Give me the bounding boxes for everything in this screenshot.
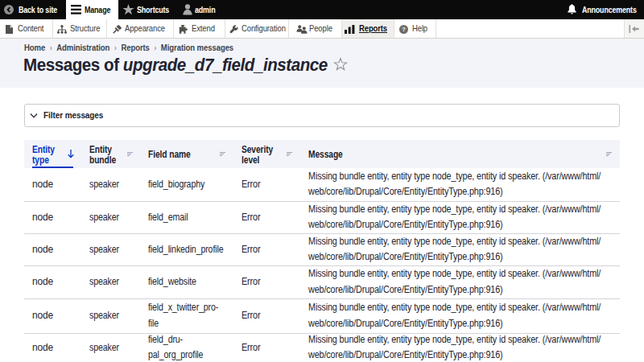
svg-text:?: ? (402, 26, 406, 33)
